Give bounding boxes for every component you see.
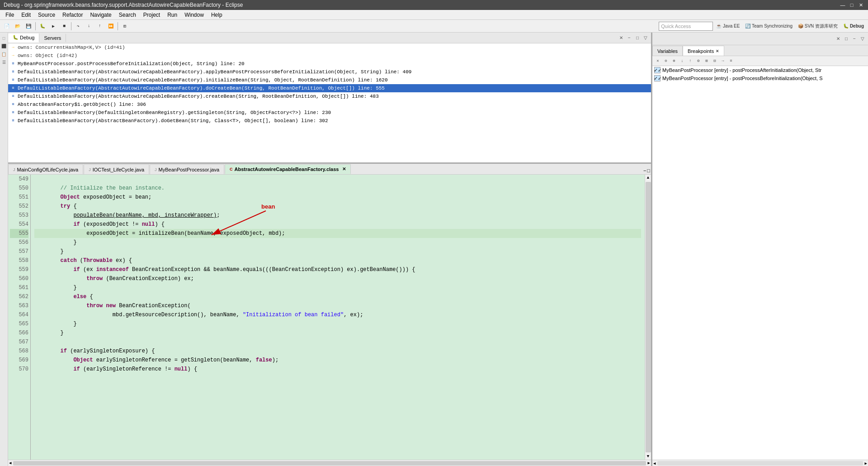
toolbar-team-sync[interactable]: 🔄 Team Synchronizing bbox=[743, 21, 795, 31]
tab-servers[interactable]: Servers bbox=[39, 34, 66, 42]
toolbar-new[interactable]: 📄 bbox=[2, 21, 12, 31]
pane-max-btn[interactable]: □ bbox=[634, 34, 641, 42]
hscroll-right-btn[interactable]: ▶ bbox=[647, 460, 651, 466]
stack-text-8: AbstractBeanFactory$1.getObject() line: … bbox=[18, 102, 146, 107]
kw-554-null: null bbox=[142, 220, 155, 229]
stack-row-10[interactable]: ≡ DefaultListableBeanFactory(AbstractBea… bbox=[8, 117, 651, 125]
normal-565: } bbox=[34, 319, 77, 328]
bp-collapse-btn[interactable]: ⊟ bbox=[711, 57, 718, 65]
bp-filter-btn[interactable]: ≡ bbox=[727, 57, 735, 65]
menu-run[interactable]: Run bbox=[164, 11, 181, 19]
rp-scroll-left[interactable]: ◀ bbox=[652, 460, 656, 466]
bp-link-btn[interactable]: → bbox=[719, 57, 726, 65]
bp-row-2[interactable]: ✓ MyBeanPostProcessor [entry] - postProc… bbox=[652, 74, 868, 82]
toolbar-step-into[interactable]: ↓ bbox=[84, 21, 94, 31]
stack-row-9[interactable]: ≡ DefaultListableBeanFactory(DefaultSing… bbox=[8, 109, 651, 117]
toolbar-step-over[interactable]: ↷ bbox=[73, 21, 83, 31]
toolbar-debug-persp[interactable]: 🐛 Debug bbox=[841, 21, 866, 31]
close-button[interactable]: ✕ bbox=[857, 1, 864, 9]
bp-up-btn[interactable]: ↑ bbox=[687, 57, 694, 65]
pane-menu-btn[interactable]: ▽ bbox=[642, 34, 649, 42]
menu-help[interactable]: Help bbox=[208, 11, 226, 19]
sidebar-icon-2[interactable]: ⬛ bbox=[0, 43, 8, 50]
line-num-563: 563 bbox=[10, 301, 28, 310]
stack-trace[interactable]: → owns: ConcurrentHashMap<K,V> (id=41) →… bbox=[8, 43, 651, 162]
editor-hscroll[interactable]: ◀ ▶ bbox=[8, 460, 651, 466]
stack-row-3[interactable]: ≡ MyBeanPostProcessor.postProcessBeforeI… bbox=[8, 60, 651, 68]
rt-min-icon[interactable]: − bbox=[851, 35, 858, 43]
minimize-button[interactable]: — bbox=[839, 1, 846, 9]
stack-row-5[interactable]: ≡ DefaultListableBeanFactory(AbstractAut… bbox=[8, 76, 651, 84]
rt-close-icon[interactable]: ✕ bbox=[835, 35, 842, 43]
bp-remove-all-btn[interactable]: ⊖ bbox=[662, 57, 670, 65]
menu-refactor[interactable]: Refactor bbox=[59, 11, 86, 19]
menu-window[interactable]: Window bbox=[181, 11, 208, 19]
rp-scroll-thumb[interactable] bbox=[657, 461, 863, 466]
bp-add-btn[interactable]: ⊕ bbox=[670, 57, 678, 65]
tab-debug[interactable]: 🐛 Debug bbox=[8, 33, 39, 43]
line-num-568: 568 bbox=[10, 347, 28, 356]
right-panel-hscroll[interactable]: ◀ ▶ bbox=[652, 460, 868, 466]
tab-main-config[interactable]: J MainConfigOfLifeCycle.java bbox=[8, 164, 83, 174]
stack-row-7[interactable]: ≡ DefaultListableBeanFactory(AbstractAut… bbox=[8, 92, 651, 100]
bp-row-1[interactable]: ✓ MyBeanPostProcessor [entry] - postProc… bbox=[652, 66, 868, 74]
toolbar-save[interactable]: 💾 bbox=[24, 21, 33, 31]
bp-down-btn[interactable]: ↓ bbox=[679, 57, 686, 65]
maximize-button[interactable]: □ bbox=[848, 1, 855, 9]
scroll-up-btn[interactable]: ▲ bbox=[646, 175, 650, 181]
menu-search[interactable]: Search bbox=[115, 11, 140, 19]
stack-row-1[interactable]: → owns: ConcurrentHashMap<K,V> (id=41) bbox=[8, 43, 651, 52]
quick-access-box[interactable]: Quick Access bbox=[659, 22, 713, 31]
toolbar-java-ee[interactable]: ☕ Java EE bbox=[714, 21, 742, 31]
toolbar-resume[interactable]: ⏩ bbox=[106, 21, 116, 31]
rp-scroll-right[interactable]: ▶ bbox=[864, 460, 868, 466]
left-sidebar: ⬚ ⬛ 📋 ☰ bbox=[0, 33, 8, 466]
stack-row-4[interactable]: ≡ DefaultListableBeanFactory(AbstractAut… bbox=[8, 68, 651, 76]
stack-row-2[interactable]: → owns: Object (id=42) bbox=[8, 52, 651, 60]
pane-close-btn[interactable]: ✕ bbox=[618, 34, 625, 42]
tab-variables[interactable]: Variables bbox=[652, 46, 683, 56]
tab-mybeanpost[interactable]: J MyBeanPostProcessor.java bbox=[150, 164, 224, 174]
tab-breakpoints-close[interactable]: ✕ bbox=[716, 49, 719, 53]
toolbar-open[interactable]: 📂 bbox=[13, 21, 23, 31]
tab-close-abstract-bean[interactable]: ✕ bbox=[342, 166, 346, 171]
bp-remove-btn[interactable]: ✕ bbox=[654, 57, 661, 65]
bp-settings-btn[interactable]: ⚙ bbox=[695, 57, 702, 65]
toolbar-debug[interactable]: 🐛 bbox=[38, 21, 47, 31]
rt-max-icon[interactable]: □ bbox=[843, 35, 850, 43]
menu-edit[interactable]: Edit bbox=[18, 11, 34, 19]
scroll-thumb[interactable] bbox=[646, 182, 651, 452]
toolbar-stop[interactable]: ■ bbox=[59, 21, 69, 31]
sidebar-icon-3[interactable]: 📋 bbox=[0, 51, 8, 58]
tab-breakpoints[interactable]: Breakpoints ✕ bbox=[683, 46, 724, 56]
editor-minimize[interactable]: − bbox=[643, 168, 646, 173]
bp-check-1[interactable]: ✓ bbox=[654, 67, 660, 73]
bp-check-2[interactable]: ✓ bbox=[654, 75, 660, 81]
toolbar-perspective[interactable]: ⊞ bbox=[120, 21, 130, 31]
normal-558b: ex) { bbox=[113, 256, 132, 265]
code-vscroll[interactable]: ▲ ▼ bbox=[645, 175, 651, 460]
sidebar-icon-4[interactable]: ☰ bbox=[0, 59, 8, 66]
menu-project[interactable]: Project bbox=[140, 11, 164, 19]
line-num-562: 562 bbox=[10, 292, 28, 301]
code-content[interactable]: ▶ // Initialize the bean instance. Objec… bbox=[31, 175, 645, 460]
hscroll-left-btn[interactable]: ◀ bbox=[8, 460, 12, 466]
toolbar-run[interactable]: ▶ bbox=[48, 21, 58, 31]
stack-row-6[interactable]: ≡ DefaultListableBeanFactory(AbstractAut… bbox=[8, 84, 651, 92]
rt-menu-icon[interactable]: ▽ bbox=[859, 35, 866, 43]
menu-file[interactable]: File bbox=[2, 11, 18, 19]
menu-navigate[interactable]: Navigate bbox=[86, 11, 115, 19]
toolbar-svn[interactable]: 📦 SVN 资源库研究 bbox=[796, 21, 840, 31]
menu-source[interactable]: Source bbox=[34, 11, 59, 19]
sidebar-icon-1[interactable]: ⬚ bbox=[0, 34, 8, 42]
hscroll-thumb[interactable] bbox=[13, 461, 646, 466]
toolbar-step-out[interactable]: ↑ bbox=[95, 21, 105, 31]
bp-expand-btn[interactable]: ⊞ bbox=[703, 57, 710, 65]
editor-maximize[interactable]: □ bbox=[647, 168, 650, 173]
stack-row-8[interactable]: ≡ AbstractBeanFactory$1.getObject() line… bbox=[8, 100, 651, 109]
tab-abstract-bean[interactable]: C AbstractAutowireCapableBeanFactory.cla… bbox=[225, 164, 351, 174]
pane-min-btn[interactable]: − bbox=[626, 34, 633, 42]
toolbar-sep-2 bbox=[71, 22, 71, 30]
scroll-down-btn[interactable]: ▼ bbox=[646, 453, 650, 460]
tab-ioc-test[interactable]: J IOCTest_LifeCycle.java bbox=[84, 164, 149, 174]
